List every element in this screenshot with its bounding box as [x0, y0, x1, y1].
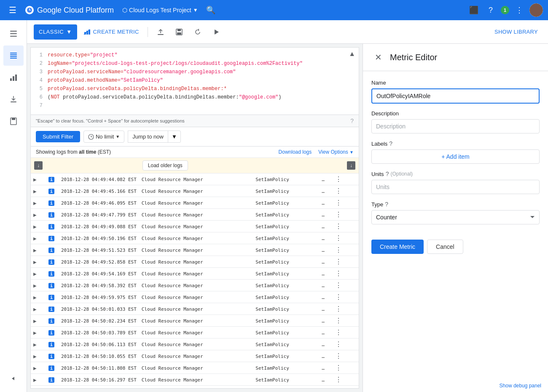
sidebar-item-menu[interactable]	[3, 24, 24, 44]
log-more-icon[interactable]: ⋮	[335, 364, 342, 371]
log-expand-icon[interactable]: ▶	[33, 201, 37, 205]
description-input[interactable]	[371, 119, 540, 133]
more-options-icon[interactable]: ⋮	[513, 3, 526, 17]
search-icon[interactable]: 🔍	[203, 3, 218, 18]
submit-filter-button[interactable]: Submit Filter	[36, 131, 80, 142]
log-more-icon[interactable]: ⋮	[335, 270, 342, 277]
hamburger-menu-button[interactable]: ☰	[5, 3, 20, 18]
log-expand-icon[interactable]: ▶	[33, 236, 37, 241]
notification-badge[interactable]: 1	[501, 6, 509, 14]
log-expand-icon[interactable]: ▶	[33, 248, 37, 253]
log-expand-icon[interactable]: ▶	[33, 224, 37, 229]
cancel-button[interactable]: Cancel	[427, 240, 463, 254]
view-options-link[interactable]: View Options ▼	[318, 149, 354, 155]
log-expand-icon[interactable]: ▶	[33, 295, 37, 300]
log-more-icon[interactable]: ⋮	[335, 352, 342, 360]
log-more-icon[interactable]: ⋮	[335, 293, 342, 301]
log-timestamp: 2018-12-28 04:50:10.055 EST	[61, 354, 137, 359]
jump-to-now-button[interactable]: Jump to now	[128, 131, 168, 143]
log-expand-icon[interactable]: ▶	[33, 319, 37, 323]
log-severity-badge: i	[48, 295, 54, 300]
log-more-icon[interactable]: ⋮	[335, 246, 342, 253]
units-help-icon[interactable]: ?	[386, 171, 389, 177]
sort-desc-icon[interactable]: ↓	[347, 161, 355, 170]
log-expand-icon[interactable]: ▶	[33, 378, 37, 382]
sidebar-item-metrics[interactable]	[3, 67, 24, 88]
project-selector[interactable]: ⬡ Cloud Logs Test Project ▼	[122, 7, 198, 13]
log-service: Cloud Resource Manager	[142, 307, 203, 312]
log-expand-icon[interactable]: ▶	[33, 189, 37, 194]
load-older-button[interactable]: Load older logs	[142, 160, 188, 171]
name-field-group: Name	[371, 80, 540, 104]
sidebar-item-saved[interactable]	[3, 111, 24, 131]
jump-to-now-dropdown[interactable]: ▼	[168, 131, 181, 143]
log-more-icon[interactable]: ⋮	[335, 211, 342, 218]
log-more-icon[interactable]: ⋮	[335, 258, 342, 265]
type-help-icon[interactable]: ?	[385, 201, 388, 208]
sidebar-item-logs[interactable]	[3, 45, 24, 66]
metric-editor-close-button[interactable]: ✕	[371, 51, 385, 64]
log-timestamp: 2018-12-28 04:49:51.523 EST	[61, 248, 137, 253]
classic-dropdown-icon: ▼	[66, 29, 72, 35]
app-body: CLASSIC ▼ CREATE METRIC	[0, 20, 548, 392]
log-more-icon[interactable]: ⋮	[335, 199, 342, 206]
upload-button[interactable]	[153, 24, 168, 40]
log-service: Cloud Resource Manager	[142, 212, 203, 218]
log-table-container[interactable]: ↓ Load older logs ↓	[31, 158, 359, 388]
code-collapse-button[interactable]: ▲	[349, 50, 355, 58]
log-expand-icon[interactable]: ▶	[33, 366, 37, 371]
refresh-button[interactable]	[190, 24, 205, 40]
view-options-dropdown-icon: ▼	[349, 150, 354, 155]
no-limit-button[interactable]: No limit ▼	[83, 131, 124, 143]
show-library-button[interactable]: SHOW LIBRARY	[491, 24, 541, 40]
log-more-icon[interactable]: ⋮	[335, 317, 342, 324]
log-expand-icon[interactable]: ▶	[33, 283, 37, 288]
log-more-icon[interactable]: ⋮	[335, 341, 342, 348]
avatar[interactable]	[529, 3, 543, 17]
log-more-icon[interactable]: ⋮	[335, 329, 342, 336]
log-expand-icon[interactable]: ▶	[33, 260, 37, 264]
log-expand-icon[interactable]: ▶	[33, 307, 37, 312]
play-button[interactable]	[209, 24, 224, 40]
filter-hint-help[interactable]: ?	[350, 117, 354, 124]
log-expand-icon[interactable]: ▶	[33, 213, 37, 217]
log-severity-badge: i	[48, 354, 54, 359]
svg-rect-3	[10, 36, 17, 37]
log-expand-icon[interactable]: ▶	[33, 272, 37, 276]
code-editor[interactable]: ▲ 1 resource.type="project" 2 logName="p…	[31, 48, 359, 115]
save-button[interactable]	[172, 24, 187, 40]
log-expand-icon[interactable]: ▶	[33, 331, 37, 335]
help-icon[interactable]: ?	[484, 3, 497, 17]
log-row: ▶ i 2018-12-28 04:50:16.297 EST Cloud Re…	[31, 374, 359, 386]
create-metric-button[interactable]: CREATE METRIC	[81, 24, 142, 40]
main-panel: ▲ 1 resource.type="project" 2 logName="p…	[27, 44, 548, 392]
log-more-icon[interactable]: ⋮	[335, 187, 342, 195]
log-service: Cloud Resource Manager	[142, 365, 203, 371]
log-more-icon[interactable]: ⋮	[335, 235, 342, 242]
sidebar-collapse-btn[interactable]	[3, 368, 24, 389]
cloud-shell-icon[interactable]: ⬛	[467, 3, 481, 17]
type-select[interactable]: Counter Distribution Gauge	[371, 210, 540, 224]
log-expand-icon[interactable]: ▶	[33, 342, 37, 347]
log-method: SetIamPolicy	[255, 318, 289, 324]
add-item-button[interactable]: + Add item	[371, 149, 540, 164]
log-table-body: ▶ i 2018-12-28 04:49:44.082 EST Cloud Re…	[31, 173, 359, 386]
create-metric-submit-button[interactable]: Create Metric	[371, 240, 424, 254]
log-more-icon[interactable]: ⋮	[335, 305, 342, 312]
log-more-icon[interactable]: ⋮	[335, 282, 342, 289]
log-more-icon[interactable]: ⋮	[335, 176, 342, 183]
log-more-icon[interactable]: ⋮	[335, 223, 342, 230]
download-logs-link[interactable]: Download logs	[279, 149, 312, 155]
debug-panel-link[interactable]: Show debug panel	[500, 383, 541, 389]
labels-help-icon[interactable]: ?	[389, 140, 392, 147]
classic-button[interactable]: CLASSIC ▼	[34, 24, 77, 40]
sidebar-item-export[interactable]	[3, 89, 24, 109]
log-more-icon[interactable]: ⋮	[335, 376, 342, 383]
name-input[interactable]	[371, 88, 540, 104]
units-input[interactable]	[371, 180, 540, 194]
project-dropdown-icon[interactable]: ▼	[193, 7, 198, 13]
log-severity-badge: i	[48, 248, 54, 253]
sort-asc-icon[interactable]: ↓	[34, 161, 43, 170]
log-expand-icon[interactable]: ▶	[33, 177, 37, 182]
log-expand-icon[interactable]: ▶	[33, 354, 37, 359]
